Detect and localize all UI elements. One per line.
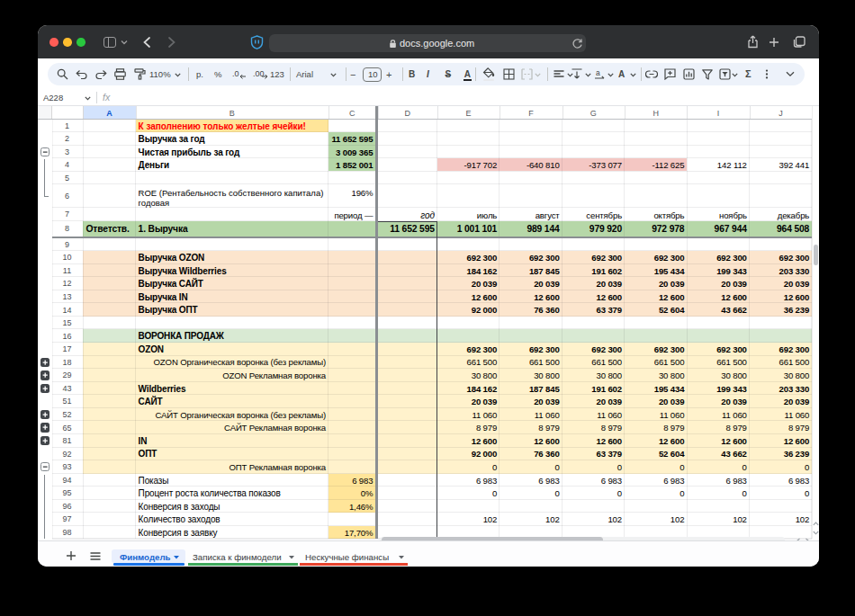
svg-text:a: a: [596, 68, 600, 77]
